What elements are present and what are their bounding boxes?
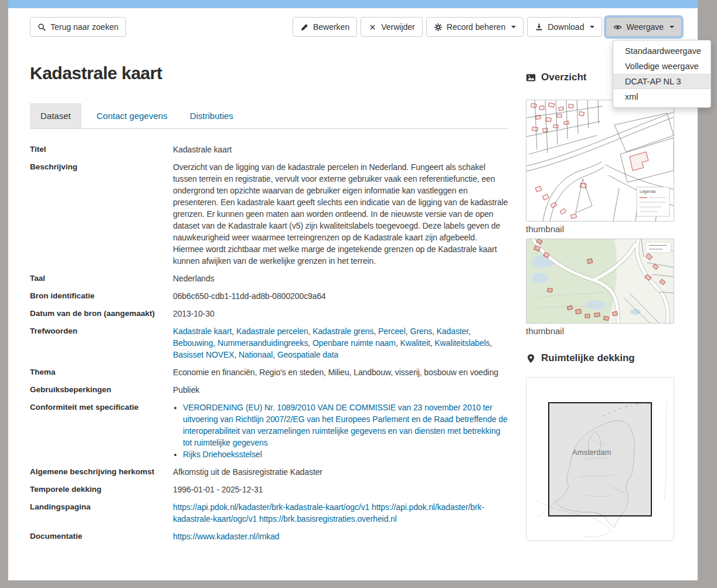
keyword-link[interactable]: Kadastrale grens (312, 327, 373, 336)
spatial-coverage-map: Amsterdam (526, 377, 674, 541)
field-label: Trefwoorden (30, 325, 173, 361)
keyword-link[interactable]: Nationaal (239, 350, 273, 359)
landing-page-link[interactable]: https://api.pdok.nl/kadaster/brk-kadastr… (173, 502, 369, 512)
pencil-icon (300, 23, 309, 32)
field-value: Economie en financiën, Regio's en steden… (173, 366, 508, 378)
menu-item-dcat-ap-nl-3[interactable]: DCAT-AP NL 3 (613, 74, 711, 89)
field-row-bron-identificatie: Bron identificatie 06b6c650-cdb1-11dd-ad… (30, 287, 508, 305)
spatial-coverage-heading: Ruimtelijke dekking (526, 352, 674, 364)
keyword-link[interactable]: Kadaster (437, 327, 468, 336)
field-row-conformiteit: Conformiteit met specificatie VERORDENIN… (30, 399, 508, 463)
specification-list: VERORDENING (EU) Nr. 1089/2010 VAN DE CO… (173, 402, 508, 460)
tab-distributies[interactable]: Distributies (183, 103, 240, 128)
field-label: Beschrijving (30, 161, 173, 267)
tab-bar: Dataset Contact gegevens Distributies (30, 103, 508, 129)
menu-item-standaardweergave[interactable]: Standaardweergave (613, 43, 711, 59)
caret-down-icon (590, 26, 594, 28)
keyword-link[interactable]: Geospatiale data (277, 350, 338, 359)
caret-down-icon (670, 26, 674, 28)
toolbar: Terug naar zoeken Bewerken Verwijder (30, 17, 682, 37)
caret-down-icon (511, 26, 516, 28)
search-icon (38, 23, 46, 32)
keyword-link[interactable]: Basisset NOVEX (173, 350, 234, 359)
landing-page-link[interactable]: https://brk.basisregistraties.overheid.n… (259, 514, 397, 524)
keyword-link[interactable]: Perceel (378, 327, 406, 336)
specification-link[interactable]: Rijks Driehoeksstelsel (183, 450, 262, 459)
field-row-landingspagina: Landingspagina https://api.pdok.nl/kadas… (30, 498, 508, 528)
keyword-link[interactable]: Kadastrale percelen (236, 327, 308, 336)
field-row-trefwoorden: Trefwoorden Kadastrale kaart, Kadastrale… (30, 322, 508, 363)
page-title: Kadastrale kaart (30, 63, 508, 83)
map-layer-control (646, 242, 671, 253)
menu-item-xml[interactable]: xml (613, 89, 711, 104)
view-dropdown-menu: Standaardweergave Volledige weergave DCA… (613, 40, 711, 108)
main-content: Kadastrale kaart Dataset Contact gegeven… (30, 59, 508, 545)
thumbnail-topographic-map[interactable] (526, 239, 674, 324)
top-accent-bar (8, 0, 698, 8)
menu-item-volledige-weergave[interactable]: Volledige weergave (613, 59, 711, 74)
field-row-documentatie: Documentatie https://www.kadaster.nl/imk… (30, 528, 508, 545)
keyword-link[interactable]: Openbare ruimte naam (312, 338, 396, 348)
overview-heading-label: Overzicht (541, 72, 586, 83)
keyword-link[interactable]: Nummeraanduidingreeks (218, 338, 308, 348)
legend-box: Legenda (637, 187, 670, 216)
keyword-link[interactable]: Bebouwing (173, 338, 213, 348)
field-value: 1996-01-01 - 2025-12-31 (173, 484, 508, 495)
download-icon (535, 23, 543, 32)
thumbnail-caption: thumbnail (526, 325, 674, 337)
field-label: Conformiteit met specificatie (30, 402, 173, 460)
tab-dataset[interactable]: Dataset (30, 103, 81, 128)
sidebar: Overzicht (526, 72, 674, 541)
edit-button[interactable]: Bewerken (293, 17, 357, 37)
field-row-herkomst: Algemene beschrijving herkomst Afkomstig… (30, 463, 508, 481)
field-value: Afkomstig uit de Basisregistratie Kadast… (173, 466, 508, 478)
back-to-search-button[interactable]: Terug naar zoeken (30, 17, 126, 37)
documentation-link[interactable]: https://www.kadaster.nl/imkad (173, 532, 280, 541)
field-row-temporele-dekking: Temporele dekking 1996-01-01 - 2025-12-3… (30, 481, 508, 498)
list-item: VERORDENING (EU) Nr. 1089/2010 VAN DE CO… (183, 402, 508, 448)
keyword-link[interactable]: Kwaliteit (400, 338, 430, 348)
spatial-coverage-heading-label: Ruimtelijke dekking (541, 352, 635, 364)
field-value: Nederlands (173, 273, 508, 284)
field-value: https://www.kadaster.nl/imkad (173, 531, 508, 542)
field-value: 2013-10-30 (173, 308, 508, 320)
field-row-beschrijving: Beschrijving Overzicht van de ligging va… (30, 158, 508, 270)
tab-contact-gegevens[interactable]: Contact gegevens (90, 103, 175, 128)
keyword-link[interactable]: Kwaliteitslabels (434, 338, 490, 348)
view-label: Weergave (626, 22, 664, 32)
metadata-fields: Titel Kadastrale kaart Beschrijving Over… (30, 141, 508, 545)
picture-icon (526, 73, 536, 83)
download-button[interactable]: Download (527, 17, 602, 37)
field-label: Taal (30, 273, 173, 284)
map-pin-icon (526, 354, 536, 363)
field-label: Algemene beschrijving herkomst (30, 466, 173, 478)
field-row-thema: Thema Economie en financiën, Regio's en … (30, 363, 508, 381)
keyword-links: Kadastrale kaart, Kadastrale percelen, K… (173, 325, 508, 361)
field-label: Datum van de bron (aangemaakt) (30, 308, 173, 320)
view-button[interactable]: Weergave (606, 17, 682, 37)
field-label: Thema (30, 366, 173, 378)
field-value: VERORDENING (EU) Nr. 1089/2010 VAN DE CO… (173, 402, 508, 460)
keyword-link[interactable]: Grens (410, 327, 432, 336)
keyword-link[interactable]: Kadastrale kaart (173, 327, 232, 336)
field-value: Overzicht van de ligging van de kadastra… (173, 161, 508, 267)
back-to-search-label: Terug naar zoeken (50, 22, 118, 32)
netherlands-extent-map: Amsterdam (526, 378, 674, 541)
thumbnail-cadastral-drawing[interactable]: Legenda (526, 100, 674, 222)
field-label: Titel (30, 144, 173, 155)
manage-record-button[interactable]: Record beheren (426, 17, 524, 37)
field-label: Gebruiksbeperkingen (30, 384, 173, 396)
map-city-label: Amsterdam (572, 448, 611, 457)
specification-link[interactable]: VERORDENING (EU) Nr. 1089/2010 VAN DE CO… (183, 403, 508, 447)
field-label: Bron identificatie (30, 290, 173, 302)
gear-icon (434, 23, 443, 32)
field-label: Temporele dekking (30, 484, 173, 495)
download-label: Download (548, 22, 584, 32)
field-row-taal: Taal Nederlands (30, 270, 508, 287)
record-actions: Bewerken Verwijder (293, 17, 682, 37)
delete-label: Verwijder (381, 22, 415, 32)
field-row-titel: Titel Kadastrale kaart (30, 141, 508, 158)
x-mark-icon (368, 23, 377, 32)
delete-button[interactable]: Verwijder (361, 17, 423, 37)
extent-rectangle (549, 403, 651, 516)
